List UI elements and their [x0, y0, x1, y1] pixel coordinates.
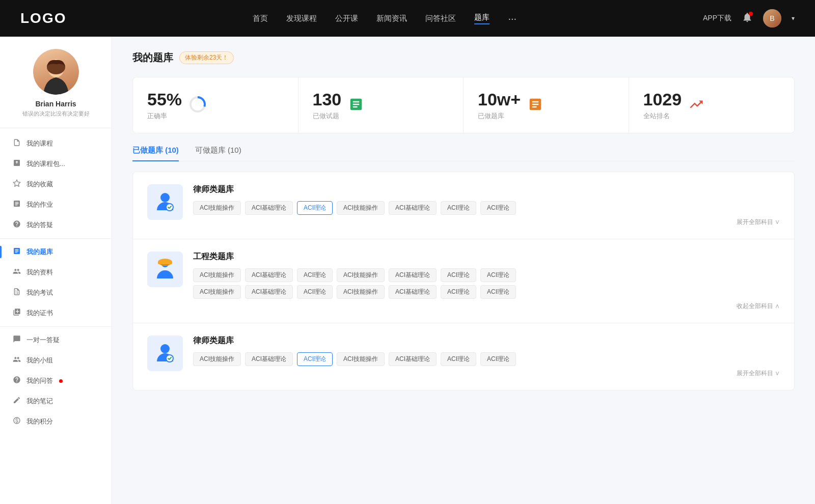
profile-name: Brian Harris [10, 100, 101, 108]
tag[interactable]: ACI基础理论 [389, 201, 437, 215]
svg-rect-10 [158, 262, 172, 264]
chart-red-icon [689, 97, 704, 114]
test-icon [12, 288, 21, 298]
tag[interactable]: ACI技能操作 [337, 352, 385, 366]
stat-number-done: 130 [313, 90, 342, 109]
sidebar-label: 我的作业 [26, 200, 53, 209]
tag[interactable]: ACI理论 [480, 201, 516, 215]
subject-block-lawyer-1: 律师类题库 ACI技能操作 ACI基础理论 ACI理论 ACI技能操作 ACI基… [133, 172, 794, 239]
sidebar-item-profile[interactable]: 我的资料 [0, 262, 112, 283]
tag[interactable]: ACI理论 [441, 285, 476, 299]
tab-available[interactable]: 可做题库 (10) [195, 146, 241, 161]
tag[interactable]: ACI理论 [441, 268, 476, 282]
tag[interactable]: ACI基础理论 [245, 201, 293, 215]
stat-done-bank: 10w+ 已做题库 [464, 77, 629, 133]
nav-discover[interactable]: 发现课程 [286, 14, 317, 23]
tag[interactable]: ACI理论 [441, 201, 476, 215]
tags-row: ACI技能操作 ACI基础理论 ACI理论 ACI技能操作 ACI基础理论 AC… [193, 352, 780, 366]
stat-label-bank: 已做题库 [478, 111, 521, 121]
nav-exam[interactable]: 题库 [474, 13, 490, 24]
tag-active[interactable]: ACI理论 [297, 201, 333, 215]
sidebar-label: 我的小组 [26, 356, 53, 365]
tag-active[interactable]: ACI理论 [297, 352, 333, 366]
notification-dot [749, 12, 753, 16]
expand-link-2[interactable]: 展开全部科目 ∨ [193, 369, 780, 378]
expand-link[interactable]: 展开全部科目 ∨ [193, 218, 780, 227]
nav-news[interactable]: 新闻资讯 [376, 14, 407, 23]
tag[interactable]: ACI基础理论 [245, 285, 293, 299]
tag[interactable]: ACI基础理论 [245, 268, 293, 282]
sidebar: Brian Harris 错误的决定比没有决定要好 我的课程 我的课程包... [0, 37, 112, 504]
tag[interactable]: ACI理论 [480, 285, 516, 299]
nav-qa[interactable]: 问答社区 [425, 14, 456, 23]
tag[interactable]: ACI技能操作 [193, 352, 241, 366]
collapse-link[interactable]: 收起全部科目 ∧ [193, 302, 780, 311]
content-area: 律师类题库 ACI技能操作 ACI基础理论 ACI理论 ACI技能操作 ACI基… [132, 172, 795, 390]
tag[interactable]: ACI技能操作 [337, 285, 385, 299]
sidebar-item-exam-bank[interactable]: 我的题库 [0, 242, 112, 262]
tag[interactable]: ACI技能操作 [337, 201, 385, 215]
tag[interactable]: ACI技能操作 [337, 268, 385, 282]
homework-icon [12, 200, 21, 210]
tag[interactable]: ACI理论 [480, 352, 516, 366]
lawyer-icon-2 [153, 341, 177, 366]
sidebar-item-favorites[interactable]: 我的收藏 [0, 174, 112, 194]
sidebar-item-qa[interactable]: 我的答疑 [0, 215, 112, 235]
subject-name: 律师类题库 [193, 184, 780, 195]
tag[interactable]: ACI技能操作 [193, 268, 241, 282]
sidebar-item-exam[interactable]: 我的考试 [0, 283, 112, 303]
stat-number-rank: 1029 [643, 90, 682, 109]
sidebar-item-notes[interactable]: 我的笔记 [0, 391, 112, 411]
app-download-button[interactable]: APP下载 [703, 14, 731, 23]
profile-avatar [33, 49, 79, 95]
logo: LOGO [20, 10, 66, 26]
stat-done-questions: 130 已做试题 [298, 77, 464, 133]
tag[interactable]: ACI理论 [297, 268, 333, 282]
stat-correct-rate: 55% 正确率 [133, 77, 298, 133]
tag[interactable]: ACI技能操作 [193, 285, 241, 299]
sidebar-label: 我的答疑 [26, 220, 53, 230]
stat-label-rank: 全站排名 [643, 111, 682, 121]
tag[interactable]: ACI基础理论 [389, 352, 437, 366]
tab-done[interactable]: 已做题库 (10) [132, 146, 179, 161]
sidebar-item-group[interactable]: 我的小组 [0, 350, 112, 371]
nav-more[interactable]: ··· [508, 13, 517, 24]
sidebar-item-course-package[interactable]: 我的课程包... [0, 154, 112, 174]
sidebar-label: 我的积分 [26, 417, 53, 426]
tags-row-2: ACI技能操作 ACI基础理论 ACI理论 ACI技能操作 ACI基础理论 AC… [193, 285, 780, 299]
avatar[interactable]: B [763, 9, 781, 27]
sidebar-item-1on1[interactable]: 一对一答疑 [0, 330, 112, 350]
profile-silhouette [36, 54, 76, 95]
notes-icon [12, 396, 21, 406]
tag[interactable]: ACI技能操作 [193, 201, 241, 215]
tag[interactable]: ACI基础理论 [389, 268, 437, 282]
subject-right: 工程类题库 ACI技能操作 ACI基础理论 ACI理论 ACI技能操作 ACI基… [193, 251, 780, 311]
tag[interactable]: ACI理论 [480, 268, 516, 282]
tag[interactable]: ACI理论 [441, 352, 476, 366]
doc-green-icon [348, 97, 364, 114]
stat-text: 55% 正确率 [147, 90, 182, 121]
subject-name: 律师类题库 [193, 335, 780, 346]
divider [0, 238, 112, 239]
nav-open[interactable]: 公开课 [335, 14, 358, 23]
stat-label-done: 已做试题 [313, 111, 342, 121]
notification-bell[interactable] [742, 12, 753, 25]
nav-home[interactable]: 首页 [253, 14, 268, 23]
sidebar-item-homework[interactable]: 我的作业 [0, 194, 112, 215]
sidebar-label: 我的笔记 [26, 397, 53, 406]
sidebar-label: 我的资料 [26, 268, 53, 277]
sidebar-item-points[interactable]: 我的积分 [0, 411, 112, 432]
avatar-chevron-icon[interactable]: ▾ [792, 15, 795, 22]
stats-row: 55% 正确率 130 已做试题 [132, 77, 795, 133]
points-icon [12, 416, 21, 427]
sidebar-item-my-course[interactable]: 我的课程 [0, 133, 112, 154]
sidebar-item-certificate[interactable]: 我的证书 [0, 303, 112, 323]
tag[interactable]: ACI基础理论 [389, 285, 437, 299]
nav-right: APP下载 B ▾ [703, 9, 795, 27]
tag[interactable]: ACI理论 [297, 285, 333, 299]
certificate-icon [12, 308, 21, 318]
stat-text: 1029 全站排名 [643, 90, 682, 121]
stat-number-bank: 10w+ [478, 90, 521, 109]
tag[interactable]: ACI基础理论 [245, 352, 293, 366]
sidebar-item-my-qa[interactable]: 我的问答 [0, 371, 112, 391]
